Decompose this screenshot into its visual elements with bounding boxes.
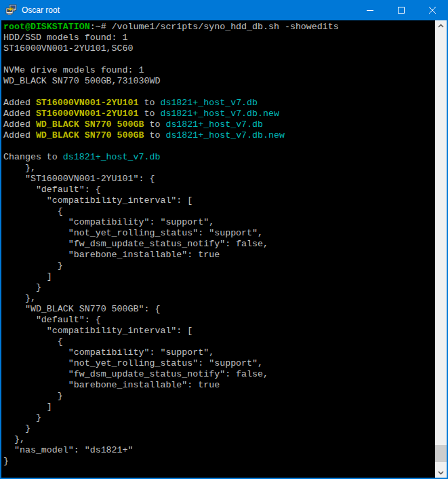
terminal-line: "nas_model": "ds1821+": [3, 445, 435, 456]
terminal-line: [3, 141, 435, 152]
window-body: root@DISKSTATION:~# /volume1/scripts/syn…: [1, 20, 447, 478]
terminal-line: "not_yet_rolling_status": "support",: [3, 228, 435, 239]
terminal-line: Added ST16000VN001-2YU101 to ds1821+_hos…: [3, 109, 435, 119]
terminal-line: [3, 87, 435, 98]
scrollbar[interactable]: [435, 20, 447, 478]
scroll-up-button[interactable]: [435, 20, 447, 31]
terminal-line: "barebone_installable": true: [3, 250, 435, 261]
terminal-line: }: [3, 413, 435, 423]
terminal-line: {: [3, 206, 435, 217]
titlebar[interactable]: Oscar root: [0, 0, 448, 20]
terminal-line: NVMe drive models found: 1: [3, 65, 435, 76]
close-button[interactable]: [417, 0, 448, 20]
maximize-icon: [397, 6, 405, 14]
terminal-line: Changes to ds1821+_host_v7.db: [3, 152, 435, 163]
terminal-line: "ST16000VN001-2YU101": {: [3, 174, 435, 185]
terminal-line: [3, 54, 435, 65]
terminal-line: "compatibility": "support",: [3, 217, 435, 228]
chevron-down-icon: [438, 471, 444, 475]
terminal-line: "fw_dsm_update_status_notify": false,: [3, 369, 435, 380]
putty-window: Oscar root root@DISKSTATION:~# /volume1/…: [0, 0, 448, 479]
terminal-line: }: [3, 423, 435, 434]
terminal-line: HDD/SSD models found: 1: [3, 33, 435, 43]
terminal-line: },: [3, 434, 435, 445]
terminal-line: }: [3, 391, 435, 402]
putty-app-icon[interactable]: [5, 4, 18, 16]
terminal-line: "WD_BLACK SN770 500GB": {: [3, 304, 435, 315]
terminal-line: "not_yet_rolling_status": "support",: [3, 358, 435, 369]
chevron-up-icon: [438, 24, 444, 28]
scrollbar-thumb[interactable]: [435, 445, 447, 462]
terminal-line: }: [3, 456, 435, 467]
terminal-line: Added ST16000VN001-2YU101 to ds1821+_hos…: [3, 98, 435, 109]
window-title: Oscar root: [22, 0, 354, 20]
terminal-line: }: [3, 282, 435, 293]
minimize-icon: [366, 6, 374, 14]
terminal-line: "compatibility_interval": [: [3, 195, 435, 206]
terminal-line: "barebone_installable": true: [3, 380, 435, 391]
terminal-line: Added WD_BLACK SN770 500GB to ds1821+_ho…: [3, 119, 435, 130]
terminal-line: {: [3, 337, 435, 347]
terminal-line: "default": {: [3, 315, 435, 326]
terminal-output[interactable]: root@DISKSTATION:~# /volume1/scripts/syn…: [1, 20, 435, 478]
terminal-line: "compatibility": "support",: [3, 347, 435, 358]
terminal-line: "compatibility_interval": [: [3, 326, 435, 337]
terminal-line: WD_BLACK SN770 500GB,731030WD: [3, 76, 435, 87]
terminal-line: },: [3, 293, 435, 304]
terminal-line: "default": {: [3, 185, 435, 195]
terminal-line: "fw_dsm_update_status_notify": false,: [3, 239, 435, 250]
terminal-line: ST16000VN001-2YU101,SC60: [3, 43, 435, 54]
terminal-line: Added WD_BLACK SN770 500GB to ds1821+_ho…: [3, 130, 435, 141]
terminal-line: },: [3, 163, 435, 174]
maximize-button[interactable]: [386, 0, 417, 20]
close-icon: [428, 6, 436, 14]
terminal-line: root@DISKSTATION:~# /volume1/scripts/syn…: [3, 22, 435, 33]
terminal-line: ]: [3, 402, 435, 413]
terminal-line: }: [3, 261, 435, 271]
terminal-line: ]: [3, 271, 435, 282]
minimize-button[interactable]: [354, 0, 386, 20]
scroll-down-button[interactable]: [435, 467, 447, 478]
